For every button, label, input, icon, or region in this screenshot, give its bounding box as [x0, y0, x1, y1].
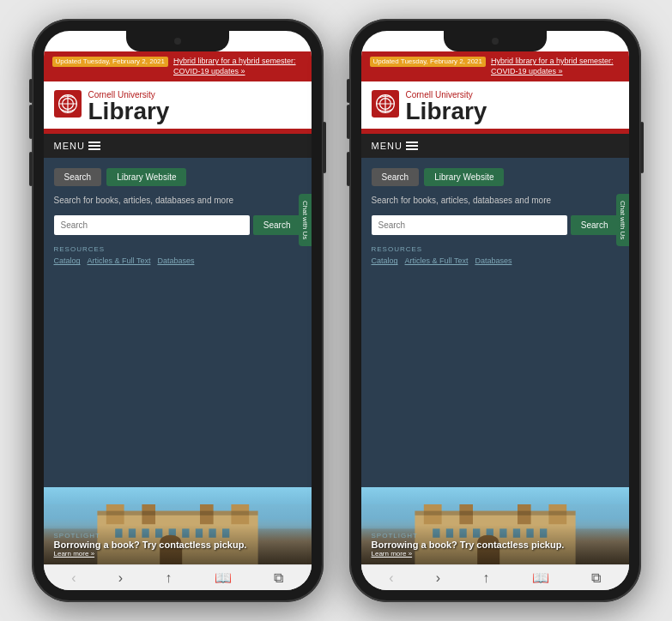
alert-banner: Updated Tuesday, February 2, 2021Hybrid … [44, 51, 312, 81]
site-header: Cornell UniversityLibrary [361, 81, 629, 129]
alert-date: Updated Tuesday, February 2, 2021 [370, 57, 487, 67]
spotlight-area: SPOTLIGHTBorrowing a book? Try contactle… [361, 487, 629, 564]
notch [444, 31, 547, 51]
share-button[interactable]: ↑ [482, 570, 489, 586]
notch [126, 31, 229, 51]
resource-link-1[interactable]: Articles & Full Text [405, 256, 469, 265]
search-input-row: Search [54, 215, 301, 235]
svg-rect-47 [415, 511, 575, 515]
bookmarks-button[interactable]: 📖 [215, 570, 232, 586]
mute-button [347, 79, 350, 103]
phone-screen: Chat with UsUpdated Tuesday, February 2,… [361, 31, 629, 590]
spotlight-label: SPOTLIGHT [54, 532, 301, 540]
volume-down-button [29, 152, 33, 186]
search-description: Search for books, articles, databases an… [54, 195, 301, 207]
menu-bar: MENU [44, 134, 312, 158]
cornell-logo [372, 90, 399, 118]
tabs-button[interactable]: ⧉ [591, 570, 601, 586]
volume-down-button [347, 152, 350, 186]
search-input[interactable] [372, 215, 567, 235]
cornell-logo [54, 90, 82, 118]
power-button [640, 122, 644, 173]
tab-library-website[interactable]: Library Website [424, 168, 504, 186]
search-input-row: Search [372, 215, 619, 235]
resources-links: CatalogArticles & Full TextDatabases [54, 256, 301, 265]
alert-link[interactable]: Hybrid library for a hybrid semester: CO… [173, 57, 303, 76]
volume-up-button [347, 105, 350, 139]
spotlight-overlay: SPOTLIGHTBorrowing a book? Try contactle… [361, 525, 629, 564]
spotlight-text: Borrowing a book? Try contactless pickup… [54, 540, 301, 550]
search-tabs: SearchLibrary Website [54, 168, 301, 186]
forward-button[interactable]: › [436, 570, 440, 586]
bookmarks-button[interactable]: 📖 [532, 570, 549, 586]
screen-content: Updated Tuesday, February 2, 2021Hybrid … [44, 31, 312, 564]
header-text-block: Cornell UniversityLibrary [406, 90, 487, 124]
search-button[interactable]: Search [253, 215, 301, 235]
mute-button [29, 79, 33, 103]
svg-rect-23 [97, 511, 257, 515]
menu-label: MENU [372, 141, 403, 151]
tab-search[interactable]: Search [372, 168, 420, 186]
spotlight-text: Borrowing a book? Try contactless pickup… [372, 540, 619, 550]
resource-link-0[interactable]: Catalog [54, 256, 81, 265]
share-button[interactable]: ↑ [165, 570, 172, 586]
browser-toolbar: ‹›↑📖⧉ [44, 564, 312, 590]
search-input[interactable] [54, 215, 250, 235]
library-title: Library [406, 99, 487, 124]
forward-button[interactable]: › [118, 570, 123, 586]
volume-up-button [29, 105, 33, 139]
hamburger-icon [88, 142, 100, 150]
chat-tab[interactable]: Chat with Us [616, 194, 629, 246]
spotlight-overlay: SPOTLIGHTBorrowing a book? Try contactle… [44, 525, 312, 564]
learn-more-link[interactable]: Learn more » [372, 550, 619, 558]
resource-link-1[interactable]: Articles & Full Text [88, 256, 151, 265]
search-description: Search for books, articles, databases an… [372, 195, 619, 207]
header-text-block: Cornell UniversityLibrary [88, 90, 170, 124]
menu-button[interactable]: MENU [54, 141, 100, 151]
resources-label: RESOURCES [54, 245, 301, 253]
alert-banner: Updated Tuesday, February 2, 2021Hybrid … [361, 51, 629, 81]
search-section: SearchLibrary WebsiteSearch for books, a… [361, 158, 629, 487]
resources-links: CatalogArticles & Full TextDatabases [372, 256, 619, 265]
search-section: SearchLibrary WebsiteSearch for books, a… [44, 158, 312, 487]
spotlight-area: SPOTLIGHTBorrowing a book? Try contactle… [44, 487, 312, 564]
menu-label: MENU [54, 141, 85, 151]
library-title: Library [88, 99, 170, 124]
resource-link-0[interactable]: Catalog [372, 256, 398, 265]
browser-toolbar: ‹›↑📖⧉ [361, 564, 629, 590]
tab-search[interactable]: Search [54, 168, 102, 186]
phone-screen: Chat with UsUpdated Tuesday, February 2,… [44, 31, 312, 590]
menu-button[interactable]: MENU [372, 141, 418, 151]
menu-bar: MENU [361, 134, 629, 158]
back-button[interactable]: ‹ [389, 570, 393, 586]
learn-more-link[interactable]: Learn more » [54, 550, 301, 558]
resource-link-2[interactable]: Databases [157, 256, 194, 265]
site-header: Cornell UniversityLibrary [44, 81, 312, 129]
phone-phone-1: Chat with UsUpdated Tuesday, February 2,… [32, 19, 324, 602]
spotlight-label: SPOTLIGHT [372, 532, 619, 540]
phone-phone-2: Chat with UsUpdated Tuesday, February 2,… [349, 19, 641, 602]
search-tabs: SearchLibrary Website [372, 168, 619, 186]
tabs-button[interactable]: ⧉ [274, 570, 283, 586]
search-button[interactable]: Search [571, 215, 619, 235]
alert-link[interactable]: Hybrid library for a hybrid semester: CO… [491, 57, 621, 76]
alert-date: Updated Tuesday, February 2, 2021 [52, 57, 169, 67]
resource-link-2[interactable]: Databases [475, 256, 512, 265]
back-button[interactable]: ‹ [71, 570, 76, 586]
resources-label: RESOURCES [372, 245, 619, 253]
screen-content: Updated Tuesday, February 2, 2021Hybrid … [361, 31, 629, 564]
chat-tab[interactable]: Chat with Us [299, 194, 312, 246]
phones-container: Chat with UsUpdated Tuesday, February 2,… [32, 19, 641, 602]
hamburger-icon [406, 142, 418, 150]
power-button [323, 122, 326, 173]
tab-library-website[interactable]: Library Website [106, 168, 186, 186]
